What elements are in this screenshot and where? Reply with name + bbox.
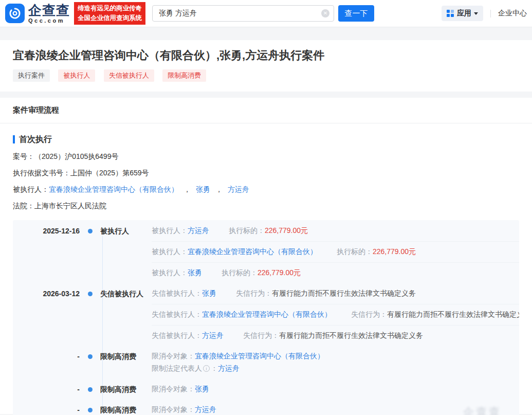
detail-label: 执行标的：	[222, 268, 258, 277]
brand-name: 企查查	[28, 4, 70, 17]
dishonest-behavior: 有履行能力而拒不履行生效法律文书确定义务	[387, 310, 519, 318]
apps-label: 应用	[457, 9, 471, 18]
clear-search-icon[interactable]: ✕	[321, 9, 329, 17]
tag-dishonest-person: 失信被执行人	[104, 69, 154, 82]
party-link-company[interactable]: 宜春浪绫企业管理咨询中心（有限合伙）	[49, 185, 178, 193]
timeline-dot	[88, 387, 93, 392]
execution-amount: 226,779.00元	[258, 268, 301, 277]
detail-row: 被执行人：宜春浪绫企业管理咨询中心（有限合伙）执行标的：226,779.00元	[152, 241, 519, 262]
page-title: 宜春浪绫企业管理咨询中心（有限合伙）,张勇,方运舟执行案件	[13, 49, 519, 62]
top-header: 企查查 Qcc.com 缔造有远见的商业传奇 全国企业信用查询系统 ✕ 查一下 …	[0, 0, 532, 27]
brand-domain: Qcc.com	[28, 18, 70, 24]
party-link[interactable]: 方运舟	[218, 364, 240, 372]
case-number-value: （2025）沪0105执6499号	[34, 152, 118, 160]
detail-row: 限消令对象：宜春浪绫企业管理咨询中心（有限合伙） 限制法定代表人i：方运舟	[152, 346, 519, 379]
enterprise-center-link[interactable]: 企业中心	[498, 9, 527, 18]
slogan-line1: 缔造有远见的商业传奇	[78, 4, 142, 13]
detail-row: 被执行人：张勇执行标的：226,779.00元	[152, 262, 519, 283]
case-number-row: 案号：（2025）沪0105执6499号	[13, 152, 519, 161]
party-link-fangyunzhou[interactable]: 方运舟	[228, 185, 249, 193]
case-number-label: 案号：	[13, 152, 34, 160]
detail-label: 失信行为：	[243, 331, 279, 339]
timeline-dot	[88, 354, 93, 359]
detail-row: 失信被执行人：宜春浪绫企业管理咨询中心（有限合伙）失信行为：有履行能力而拒不履行…	[152, 304, 519, 325]
basis-document-label: 执行依据文书号：	[13, 169, 70, 177]
info-icon[interactable]: i	[203, 365, 210, 372]
event-date: 2025-12-16	[13, 221, 80, 236]
event-date: -	[13, 346, 80, 362]
apps-menu-button[interactable]: 应用	[442, 6, 483, 21]
party-link[interactable]: 张勇	[195, 385, 209, 393]
tag-row: 执行案件 被执行人 失信被执行人 限制高消费	[13, 69, 519, 82]
party-link[interactable]: 张勇	[188, 268, 202, 277]
section-divider	[0, 123, 532, 123]
party-link-zhangyong[interactable]: 张勇	[196, 185, 210, 193]
event-type: 失信被执行人	[100, 283, 152, 299]
party-separator: ，	[215, 185, 223, 193]
detail-label: 执行标的：	[229, 226, 265, 234]
slogan-banner: 缔造有远见的商业传奇 全国企业信用查询系统	[74, 2, 145, 25]
party-link[interactable]: 宜春浪绫企业管理咨询中心（有限合伙）	[195, 352, 324, 360]
detail-row: 失信被执行人：方运舟失信行为：有履行能力而拒不履行生效法律文书确定义务	[152, 325, 519, 346]
execution-amount: 226,779.00元	[265, 226, 308, 234]
stage-title: 首次执行	[19, 134, 52, 145]
detail-row: 被执行人：方运舟执行标的：226,779.00元	[152, 221, 519, 241]
party-link[interactable]: 张勇	[202, 289, 216, 297]
party-link[interactable]: 方运舟	[188, 226, 209, 234]
timeline-event-dishonest: 2026-03-12 失信被执行人 失信被执行人：张勇失信行为：有履行能力而拒不…	[13, 283, 519, 346]
detail-label: 失信行为：	[351, 310, 387, 318]
party-link[interactable]: 宜春浪绫企业管理咨询中心（有限合伙）	[202, 310, 332, 318]
dishonest-behavior: 有履行能力而拒不履行生效法律文书确定义务	[272, 289, 416, 297]
slogan-line2: 全国企业信用查询系统	[78, 13, 142, 23]
timeline-event-restriction: - 限制高消费 限消令对象：宜春浪绫企业管理咨询中心（有限合伙） 限制法定代表人…	[13, 346, 519, 379]
tag-executed-person: 被执行人	[58, 69, 95, 82]
timeline-event-executed: 2025-12-16 被执行人 被执行人：方运舟执行标的：226,779.00元…	[13, 221, 519, 283]
detail-row: 限消令对象：方运舟	[152, 400, 519, 415]
event-type: 限制高消费	[100, 346, 152, 362]
executed-persons-label: 被执行人：	[13, 185, 49, 193]
event-type: 被执行人	[100, 221, 152, 236]
search-button[interactable]: 查一下	[338, 5, 374, 22]
qcc-logo[interactable]: 企查查 Qcc.com	[5, 4, 70, 24]
stage-header: 首次执行	[13, 134, 519, 145]
party-link[interactable]: 方运舟	[195, 405, 216, 413]
execution-amount: 226,779.00元	[373, 247, 416, 256]
event-date: 2026-03-12	[13, 283, 80, 299]
court-value: 上海市长宁区人民法院	[34, 202, 106, 210]
event-date: -	[13, 400, 80, 415]
basis-document-value: 上国仲（2025）第659号	[70, 169, 149, 177]
search-input[interactable]	[152, 5, 334, 22]
party-link[interactable]: 方运舟	[202, 331, 224, 339]
dishonest-behavior: 有履行能力而拒不履行生效法律文书确定义务	[279, 331, 423, 339]
event-type: 限制高消费	[100, 400, 152, 415]
event-type: 限制高消费	[100, 379, 152, 394]
timeline: 2025-12-16 被执行人 被执行人：方运舟执行标的：226,779.00元…	[13, 220, 519, 415]
timeline-event-restriction: - 限制高消费 限消令对象：张勇	[13, 379, 519, 400]
detail-row: 失信被执行人：张勇失信行为：有履行能力而拒不履行生效法律文书确定义务	[152, 283, 519, 304]
case-card: 案件审理流程 首次执行 案号：（2025）沪0105执6499号 执行依据文书号…	[0, 98, 532, 414]
stage-accent-bar	[13, 135, 15, 143]
detail-label: 被执行人：	[152, 247, 188, 256]
timeline-dot	[88, 292, 93, 296]
tag-consumption-restriction: 限制高消费	[162, 69, 206, 82]
tag-execution-case: 执行案件	[13, 69, 50, 82]
detail-label: 执行标的：	[337, 247, 373, 256]
title-card: 宜春浪绫企业管理咨询中心（有限合伙）,张勇,方运舟执行案件 执行案件 被执行人 …	[0, 40, 532, 92]
detail-label: 失信被执行人：	[152, 310, 202, 318]
court-label: 法院：	[13, 202, 34, 210]
detail-label: 失信被执行人：	[152, 289, 202, 297]
detail-label: 失信行为：	[236, 289, 272, 297]
court-row: 法院：上海市长宁区人民法院	[13, 201, 519, 211]
detail-label: ：	[211, 364, 218, 372]
detail-label: 限消令对象：	[152, 405, 195, 413]
timeline-dot	[88, 408, 93, 412]
party-separator: ，	[184, 185, 191, 193]
timeline-event-restriction: - 限制高消费 限消令对象：方运舟	[13, 400, 519, 415]
party-link[interactable]: 宜春浪绫企业管理咨询中心（有限合伙）	[188, 247, 317, 256]
timeline-dot	[88, 229, 93, 233]
detail-label: 被执行人：	[152, 268, 188, 277]
detail-row: 限消令对象：张勇	[152, 379, 519, 400]
apps-grid-icon	[447, 10, 454, 17]
section-title: 案件审理流程	[13, 105, 519, 115]
detail-label: 限制法定代表人	[152, 364, 202, 372]
